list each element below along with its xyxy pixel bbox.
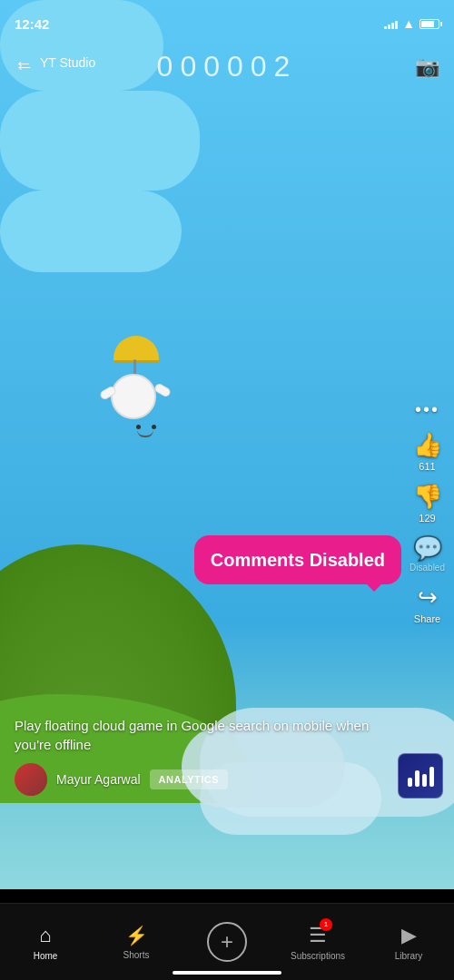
nav-create[interactable]: + xyxy=(182,922,272,962)
dislike-button[interactable]: 👎 129 xyxy=(413,483,442,524)
camera-button[interactable]: 📷 xyxy=(415,55,439,79)
subscriptions-badge-wrapper: ☰ 1 xyxy=(309,924,327,947)
game-back-button[interactable]: ← xyxy=(15,55,35,79)
create-icon: + xyxy=(221,929,233,955)
nav-home[interactable]: ⌂ Home xyxy=(0,924,91,961)
video-area: 12:42 ▲ ← YT Studio ← 000002 📷 ••• xyxy=(0,0,454,889)
status-time: 12:42 xyxy=(15,16,49,32)
more-dots-icon: ••• xyxy=(415,399,439,420)
share-icon: ↪ xyxy=(418,583,438,612)
video-title: Play floating cloud game in Google searc… xyxy=(15,716,385,754)
comment-icon: 💬 xyxy=(413,534,442,563)
signal-bar-3 xyxy=(391,23,394,29)
char-eye-right xyxy=(152,425,156,429)
channel-row: Mayur Agarwal ANALYTICS xyxy=(15,763,385,796)
share-label: Share xyxy=(414,613,440,624)
battery-icon xyxy=(419,19,439,29)
thumb-bar-2 xyxy=(415,770,419,787)
more-options[interactable]: ••• xyxy=(415,399,439,420)
signal-bar-4 xyxy=(395,21,398,29)
battery-fill xyxy=(421,21,434,27)
like-button[interactable]: 👍 611 xyxy=(413,431,442,472)
channel-name: Mayur Agarwal xyxy=(56,772,141,787)
thumbnail-bars xyxy=(408,765,434,787)
game-character xyxy=(100,336,173,436)
subscriptions-badge: 1 xyxy=(320,918,332,931)
signal-bar-2 xyxy=(388,24,390,29)
status-bar: 12:42 ▲ xyxy=(0,0,454,40)
thumb-bar-4 xyxy=(429,767,434,787)
like-icon: 👍 xyxy=(413,431,442,459)
character-face xyxy=(133,421,160,439)
right-actions: ••• 👍 611 👎 129 💬 Disabled ↪ Share xyxy=(410,399,445,624)
avatar-image xyxy=(15,763,47,796)
avatar xyxy=(15,763,47,796)
analytics-button[interactable]: ANALYTICS xyxy=(150,769,228,789)
like-count: 611 xyxy=(419,461,435,472)
cloud-top-right xyxy=(0,191,182,272)
score-header: ← 000002 📷 xyxy=(0,50,454,83)
video-thumbnail-preview[interactable] xyxy=(398,753,443,799)
library-icon: ▶ xyxy=(401,924,417,947)
video-info: Play floating cloud game in Google searc… xyxy=(0,707,400,803)
home-indicator xyxy=(173,971,281,975)
umbrella xyxy=(114,336,159,363)
home-icon: ⌂ xyxy=(39,924,51,947)
game-score: 000002 xyxy=(157,50,298,83)
cloud-top-mid xyxy=(0,91,200,191)
status-icons: ▲ xyxy=(384,16,439,31)
nav-home-label: Home xyxy=(34,951,58,961)
thumb-bar-1 xyxy=(408,778,412,787)
comment-disabled-label: Disabled xyxy=(410,563,445,573)
nav-subscriptions[interactable]: ☰ 1 Subscriptions xyxy=(272,924,363,961)
signal-bar-1 xyxy=(384,26,387,29)
nav-library-label: Library xyxy=(395,951,423,961)
wifi-icon: ▲ xyxy=(402,16,415,31)
nav-library[interactable]: ▶ Library xyxy=(363,924,454,961)
char-eye-left xyxy=(136,425,141,429)
comment-button[interactable]: 💬 Disabled xyxy=(410,534,445,573)
signal-icon xyxy=(384,18,398,29)
character-body xyxy=(111,374,156,419)
comments-disabled-text: Comments Disabled xyxy=(211,550,385,570)
dislike-count: 129 xyxy=(419,513,435,524)
nav-shorts[interactable]: ⚡ Shorts xyxy=(91,925,182,960)
share-button[interactable]: ↪ Share xyxy=(414,583,440,624)
thumb-bar-3 xyxy=(422,774,427,787)
shorts-icon: ⚡ xyxy=(125,925,148,946)
nav-subscriptions-label: Subscriptions xyxy=(291,951,345,961)
char-smile xyxy=(137,430,153,437)
dislike-icon: 👎 xyxy=(413,483,442,511)
create-button[interactable]: + xyxy=(207,922,247,962)
bottom-navigation: ⌂ Home ⚡ Shorts + ☰ 1 Subscriptions ▶ Li… xyxy=(0,903,454,980)
nav-shorts-label: Shorts xyxy=(123,950,150,960)
comments-disabled-tooltip: Comments Disabled xyxy=(194,535,401,584)
